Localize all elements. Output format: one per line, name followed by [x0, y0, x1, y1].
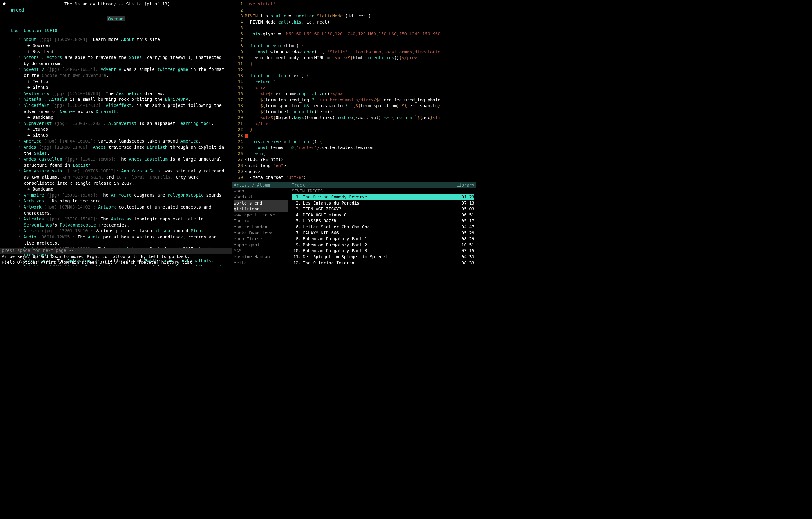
track-row[interactable]: 4.DECALOGUE minus 806:51 — [292, 212, 474, 218]
artist-item[interactable]: www.apell.inc.se — [234, 212, 288, 218]
list-item: * Artwork (jpg) [07M08-14H02]: Artwork c… — [24, 204, 229, 216]
code-line: 21 </li>` — [234, 121, 474, 127]
entry-link[interactable]: America — [24, 139, 41, 143]
code-line: 20 <ul>${Object.keys(term.links).reduce(… — [234, 115, 474, 121]
entry-link[interactable]: At sea — [24, 228, 39, 233]
album-header: SEVEN IDIOTS — [292, 188, 474, 194]
list-item: * Astratas (jpg) [15I10-15J07]: The Astr… — [24, 216, 229, 228]
list-item: * Ar moire (jpg) [15J02-15J05]: The Ar M… — [24, 192, 229, 198]
entry-link[interactable]: Alphavetist — [24, 121, 52, 126]
list-item: * Ann yozora saint (jpg) [09T06-10F13]: … — [24, 168, 229, 186]
entry-link[interactable]: Aliceffekt — [24, 103, 49, 108]
track-row[interactable]: 7.GALAXY KID 66605:29 — [292, 230, 474, 236]
entry-link[interactable]: Andes — [24, 145, 36, 150]
code-line: 5 — [234, 25, 474, 31]
entry-link[interactable]: Actors — [24, 55, 39, 60]
artist-item[interactable]: Yamine Hamdan — [234, 224, 288, 230]
entry-link[interactable]: Archives — [24, 198, 44, 203]
entry-sublink[interactable]: + Github — [27, 133, 229, 139]
help-line-2: H)elp O)ptions P)rint G)oM)ain screen Q)… — [0, 260, 232, 266]
code-line: 29<head> — [234, 169, 474, 175]
list-item: * Alphavetist (jpg) [13Q03-15X03]: Alpha… — [24, 121, 229, 127]
code-line: 16 <b>${term.name.capitalize()}</b> — [234, 91, 474, 97]
artist-item[interactable]: Yelle — [234, 260, 288, 266]
entry-link[interactable]: Ann yozora saint — [24, 169, 65, 173]
track-list[interactable]: SEVEN IDIOTS1.The Divine Comedy Reverse0… — [290, 188, 476, 266]
code-line: 26 win(` — [234, 151, 474, 157]
entry-link[interactable]: Andes castellum — [24, 156, 62, 162]
entry-link[interactable]: Ar moire — [24, 193, 44, 198]
entry-sublink[interactable]: + Bandcamp — [27, 114, 229, 121]
code-line: 8 function win (html) { — [234, 43, 474, 49]
entry-sublink[interactable]: + Bandcamp — [27, 186, 229, 192]
entry-link[interactable]: About — [24, 37, 36, 42]
track-row[interactable]: 10.Bohemian Purgatory Part.303:15 — [292, 248, 474, 254]
entry-sublink[interactable]: + Rss feed — [27, 49, 229, 55]
list-item: * Aliceffekt (jpg) [11Q14-17K12]: Alicef… — [24, 103, 229, 114]
artist-item[interactable]: YAS — [234, 248, 288, 254]
track-row[interactable]: 11.Der Spiegel im Spiegel im Spiegel04:3… — [292, 254, 474, 260]
artist-item[interactable]: woob — [234, 188, 288, 194]
code-line: 1'use strict' — [234, 1, 474, 7]
track-row[interactable]: 1.The Divine Comedy Reverse01:23 — [292, 194, 474, 200]
code-line: 30 <meta charset="utf-8"> — [234, 175, 474, 181]
artist-item[interactable]: Yasmine Hamdan — [234, 254, 288, 260]
code-line: 24 this.receive = function () { — [234, 139, 474, 145]
hash-prompt: # — [3, 1, 5, 7]
entry-link[interactable]: Audio — [24, 234, 36, 239]
music-header-track: Track — [292, 182, 456, 189]
list-item: * Archives : Nothing to see here. — [24, 198, 229, 204]
entry-sublink[interactable]: + Sources — [27, 43, 229, 49]
track-row[interactable]: 6.Helter Skelter Cha-Cha-Cha04:47 — [292, 224, 474, 230]
artist-item[interactable]: Woodkid — [234, 194, 288, 200]
code-line: 14 return ` — [234, 79, 474, 85]
code-line: 17 ${term.featured_log ? `(<a href='medi… — [234, 97, 474, 103]
entry-link[interactable]: Advent v — [24, 67, 44, 72]
list-item: * Aitasla : Aitasla is a small burning r… — [24, 96, 229, 103]
code-line: 7 — [234, 37, 474, 44]
track-row[interactable]: 5.ULYSSES GAZER05:17 — [292, 218, 474, 224]
list-item: * At sea (jpg) [17G03-18L10]: Various pi… — [24, 228, 229, 234]
code-line: 3RIVEN.lib.static = function StaticNode … — [234, 13, 474, 19]
last-update: Last Update: 19F10 — [0, 28, 232, 34]
entry-sublink[interactable]: + Twitter — [27, 79, 229, 85]
entry-link[interactable]: Aitasla — [24, 97, 41, 102]
oscean-link[interactable]: Oscean — [107, 17, 125, 21]
entry-list: * About (jpg) [15Q09-18R04]: Learn more … — [0, 37, 232, 266]
list-item: * Andes (jpg) [11R06-11R06]: Andes trave… — [24, 144, 229, 156]
code-line: 4 RIVEN.Node.call(this, id, rect) — [234, 19, 474, 25]
code-editor[interactable]: 1'use strict'23RIVEN.lib.static = functi… — [232, 0, 476, 182]
list-item: * Andes castellum (jpg) [13Q13-18K06]: T… — [24, 156, 229, 168]
artist-item[interactable]: Yann Tiersen — [234, 236, 288, 242]
track-row[interactable]: 3.TEEN AGE ZIGGY?05:03 — [292, 206, 474, 212]
music-player: Artist / Album Track Library woobWoodkid… — [232, 182, 476, 266]
entry-link[interactable]: Astratas — [24, 217, 44, 221]
track-row[interactable]: 8.Bohemian Purgatory Part.108:29 — [292, 236, 474, 242]
artist-item[interactable]: world's end girlfriend — [234, 200, 288, 212]
artist-item[interactable]: Yanka Dyagileva — [234, 230, 288, 236]
code-line: 28<html lang="en"> — [234, 163, 474, 169]
help-line-1: Arrow keys: Up and Down to move. Right t… — [0, 254, 232, 260]
lynx-pane: # The Nataniev Library -- Static (p1 of … — [0, 0, 232, 266]
music-header-artist: Artist / Album — [234, 182, 292, 189]
artist-item[interactable]: The xx — [234, 218, 288, 224]
code-line: 23 — [234, 133, 474, 139]
entry-link[interactable]: Artwork — [24, 205, 41, 209]
music-header-library: Library — [456, 182, 474, 189]
code-line: 19 ${term.bref.to_curlic(term)} — [234, 109, 474, 115]
pager-message: press space for next page -- — [0, 248, 232, 254]
page-title: The Nataniev Library -- Static (p1 of 13… — [5, 1, 229, 7]
artist-item[interactable]: Yaporigami — [234, 242, 288, 248]
track-row[interactable]: 2.Les Enfants du Paradis07:13 — [292, 200, 474, 206]
entry-sublink[interactable]: + Itunes — [27, 126, 229, 133]
code-line: 15 <li> — [234, 85, 474, 91]
track-row[interactable]: 9.Bohemian Purgatory Part.210:51 — [292, 242, 474, 248]
entry-link[interactable]: Aesthetics — [24, 91, 49, 96]
code-line: 11 } — [234, 61, 474, 67]
track-row[interactable]: 12.The Offering Inferno08:33 — [292, 260, 474, 266]
hashtag-link[interactable]: #Feed — [0, 7, 232, 13]
list-item: * Advent v (jpg) [14P03-16L14]: Advent V… — [24, 66, 229, 79]
entry-sublink[interactable]: + Github — [27, 85, 229, 91]
artist-list[interactable]: woobWoodkidworld's end girlfriendwww.ape… — [232, 188, 290, 266]
list-item: * Audio [06O10-12W05]: The Audio portal … — [24, 234, 229, 246]
